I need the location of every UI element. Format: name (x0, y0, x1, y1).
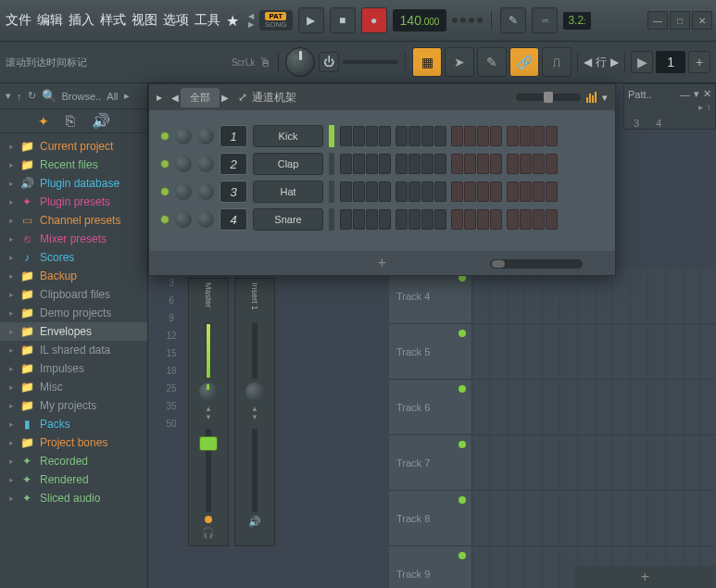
step-cell[interactable] (434, 209, 446, 230)
browser-item[interactable]: ▸📁Impulses (0, 359, 147, 378)
browser-item[interactable]: ▸📁IL shared data (0, 341, 147, 359)
minimize-button[interactable]: — (647, 11, 668, 30)
stop-button[interactable]: ■ (330, 7, 356, 33)
step-cell[interactable] (353, 209, 365, 230)
brush-icon[interactable]: ✎ (477, 47, 507, 77)
step-cell[interactable] (451, 209, 463, 230)
line-selector[interactable]: ◀行▶ (584, 55, 619, 70)
step-cell[interactable] (533, 154, 545, 174)
step-cell[interactable] (366, 209, 378, 230)
step-cell[interactable] (396, 126, 408, 146)
track-label[interactable]: Track 7 (389, 435, 472, 490)
magnet-icon[interactable]: ⎍ (542, 47, 572, 77)
step-cell[interactable] (490, 154, 502, 174)
track-lane[interactable] (472, 380, 716, 434)
channel-vol-knob[interactable] (197, 156, 214, 172)
step-cell[interactable] (379, 126, 391, 146)
browser-item[interactable]: ▸⎋Mixer presets (0, 230, 147, 248)
history-arrows[interactable]: ◀▶ (248, 12, 254, 29)
menu-edit[interactable]: 编辑 (35, 8, 65, 33)
track-lane[interactable] (472, 491, 716, 545)
channel-pan-knob[interactable] (175, 183, 192, 200)
menu-tools[interactable]: 工具 (193, 8, 222, 33)
maximize-button[interactable]: □ (670, 11, 690, 30)
all-label[interactable]: All (107, 91, 118, 102)
browser-item[interactable]: ▸📁My projects (0, 396, 147, 415)
step-cell[interactable] (464, 126, 476, 146)
step-cell[interactable] (520, 181, 532, 202)
step-cell[interactable] (507, 209, 519, 230)
master-fader[interactable] (206, 429, 211, 512)
step-cell[interactable] (533, 126, 545, 146)
play-button[interactable]: ▶ (298, 7, 324, 33)
track-mute-led[interactable] (458, 385, 466, 393)
tool-pencil-icon[interactable]: ✎ (500, 7, 526, 33)
step-cell[interactable] (490, 126, 502, 146)
playlist-track[interactable]: Track 8 (389, 491, 716, 546)
step-cell[interactable] (340, 154, 352, 174)
step-cell[interactable] (396, 209, 408, 230)
channel-vol-knob[interactable] (197, 183, 214, 200)
step-cell[interactable] (421, 126, 433, 146)
step-cell[interactable] (421, 209, 433, 230)
position-counter[interactable]: 3.2: (563, 12, 590, 30)
insert-fader[interactable] (252, 429, 258, 512)
pitch-slider[interactable] (343, 60, 398, 64)
step-cell[interactable] (421, 181, 433, 202)
step-cell[interactable] (421, 154, 433, 174)
step-cell[interactable] (340, 209, 352, 230)
menu-style[interactable]: 样式 (98, 8, 128, 33)
step-cell[interactable] (546, 126, 558, 146)
playlist-track[interactable]: Track 7 (389, 435, 716, 491)
tempo-display[interactable]: 140.000 (393, 9, 447, 31)
step-cell[interactable] (379, 181, 391, 202)
step-cell[interactable] (396, 181, 408, 202)
cr-play-icon[interactable]: ▸ (157, 91, 162, 104)
pat-song-toggle[interactable]: PAT SONG (259, 10, 293, 31)
track-mute-led[interactable] (458, 496, 466, 504)
browser-item[interactable]: ▸▮Packs (0, 415, 147, 433)
step-cell[interactable] (353, 154, 365, 174)
channel-name-button[interactable]: Kick (253, 125, 323, 147)
playlist-track[interactable]: Track 5 (389, 324, 716, 380)
channel-led[interactable] (160, 187, 170, 196)
playlist-track[interactable]: Track 4 (389, 269, 716, 324)
step-cell[interactable] (490, 209, 502, 230)
channel-led[interactable] (160, 215, 170, 224)
step-cell[interactable] (490, 181, 502, 202)
track-mute-led[interactable] (458, 441, 466, 448)
step-cell[interactable] (434, 154, 446, 174)
channel-vol-knob[interactable] (197, 128, 214, 144)
pattern-number[interactable]: 1 (656, 51, 685, 73)
add-pattern-button[interactable]: + (688, 51, 710, 73)
chevron-right-icon[interactable]: ▸ (124, 90, 130, 102)
step-cell[interactable] (464, 209, 476, 230)
step-cell[interactable] (451, 126, 463, 146)
step-cell[interactable] (546, 181, 558, 202)
close-button[interactable]: ✕ (692, 11, 712, 30)
cr-group-tab[interactable]: 全部 (181, 88, 220, 107)
step-cell[interactable] (520, 209, 532, 230)
step-cell[interactable] (366, 154, 378, 174)
menu-file[interactable]: 文件 (4, 8, 33, 33)
step-cell[interactable] (353, 181, 365, 202)
channel-led[interactable] (160, 159, 170, 169)
browser-item[interactable]: ▸📁Demo projects (0, 304, 147, 322)
track-lane[interactable] (472, 269, 716, 323)
step-cell[interactable] (366, 126, 378, 146)
cr-add-channel-button[interactable]: + (378, 255, 386, 271)
channel-name-button[interactable]: Hat (253, 181, 323, 203)
channel-number[interactable]: 1 (220, 125, 247, 147)
master-pan-knob[interactable] (199, 382, 218, 401)
channel-pan-knob[interactable] (175, 211, 192, 228)
browser-item[interactable]: ▸📁Envelopes (0, 322, 147, 341)
browser-item[interactable]: ▸▭Channel presets (0, 211, 147, 230)
cr-menu-icon[interactable]: ▾ (602, 92, 608, 104)
speaker-icon[interactable]: 🔊 (92, 112, 110, 130)
step-cell[interactable] (408, 154, 421, 174)
step-cell[interactable] (477, 154, 489, 174)
channel-pan-knob[interactable] (175, 156, 192, 172)
step-cell[interactable] (408, 181, 421, 202)
channel-vol-knob[interactable] (197, 211, 214, 228)
step-cell[interactable] (520, 126, 532, 146)
